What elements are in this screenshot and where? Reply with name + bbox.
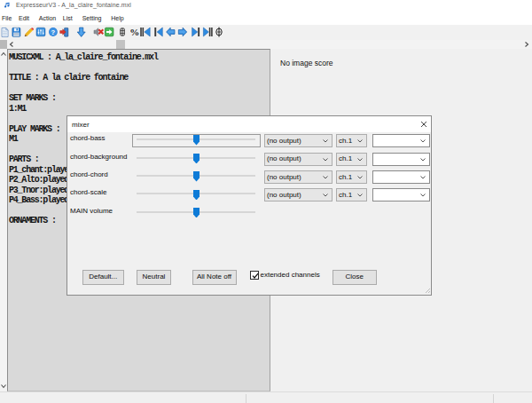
- svg-text:%: %: [129, 27, 139, 37]
- svg-text:?: ?: [51, 28, 56, 36]
